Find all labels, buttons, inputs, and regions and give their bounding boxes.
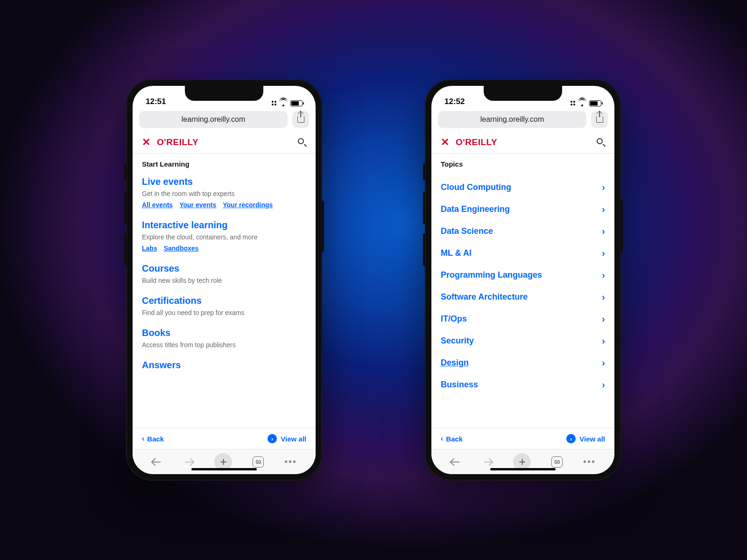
url-field[interactable]: learning.oreilly.com bbox=[139, 111, 288, 128]
category-title[interactable]: Interactive learning bbox=[142, 220, 306, 231]
category-desc: Build new skills by tech role bbox=[142, 277, 306, 284]
more-icon[interactable]: ••• bbox=[284, 456, 297, 467]
home-indicator bbox=[191, 468, 257, 470]
back-button[interactable]: ‹Back bbox=[441, 434, 463, 443]
status-time: 12:51 bbox=[146, 97, 166, 106]
chevron-left-icon: ‹ bbox=[441, 434, 443, 443]
arrow-left-icon bbox=[450, 456, 461, 468]
close-icon[interactable]: ✕ bbox=[441, 137, 449, 147]
category-title[interactable]: Live events bbox=[142, 176, 306, 187]
sublinks: LabsSandboxes bbox=[142, 245, 306, 252]
tabs-button[interactable]: 50 bbox=[253, 456, 264, 468]
chevron-right-circle-icon: › bbox=[566, 434, 576, 443]
browser-forward-button[interactable] bbox=[183, 456, 194, 468]
wifi-icon bbox=[578, 100, 586, 106]
share-button[interactable] bbox=[591, 111, 608, 128]
topic-row[interactable]: Programming Languages› bbox=[441, 264, 605, 286]
chevron-right-circle-icon: › bbox=[268, 434, 277, 443]
category-desc: Explore the cloud, containers, and more bbox=[142, 233, 306, 241]
bottom-nav: ‹Back ›View all bbox=[431, 428, 614, 449]
category-desc: Access titles from top publishers bbox=[142, 341, 306, 349]
phone-mockup-left: 12:51 learning.oreilly.com ✕ O'REILLY St… bbox=[126, 79, 322, 481]
address-bar: learning.oreilly.com bbox=[431, 108, 614, 133]
topic-row[interactable]: IT/Ops› bbox=[441, 308, 605, 330]
view-all-button[interactable]: ›View all bbox=[566, 434, 605, 443]
topic-label: Data Science bbox=[441, 226, 493, 236]
category-item: BooksAccess titles from top publishers bbox=[142, 328, 306, 349]
search-icon[interactable] bbox=[298, 138, 306, 147]
browser-back-button[interactable] bbox=[450, 456, 461, 468]
topic-row[interactable]: Data Science› bbox=[441, 220, 605, 242]
sublink[interactable]: Your recordings bbox=[223, 201, 273, 209]
topic-row[interactable]: Software Architecture› bbox=[441, 286, 605, 308]
view-all-button[interactable]: ›View all bbox=[268, 434, 306, 443]
chevron-right-icon: › bbox=[602, 379, 605, 390]
topic-label: Design bbox=[441, 358, 469, 368]
phone-mockup-right: 12:52 learning.oreilly.com ✕ O'REILLY To… bbox=[425, 79, 621, 481]
browser-forward-button[interactable] bbox=[482, 456, 493, 468]
chevron-right-icon: › bbox=[602, 204, 605, 215]
home-indicator bbox=[490, 468, 556, 470]
category-item: Live eventsGet in the room with top expe… bbox=[142, 176, 306, 209]
sublinks: All eventsYour eventsYour recordings bbox=[142, 201, 306, 209]
topic-row[interactable]: Cloud Computing› bbox=[441, 176, 605, 198]
notch bbox=[185, 86, 263, 101]
tabs-button[interactable]: 50 bbox=[551, 456, 563, 468]
topic-label: IT/Ops bbox=[441, 314, 467, 324]
chevron-right-icon: › bbox=[602, 314, 605, 324]
category-item: Answers bbox=[142, 360, 306, 371]
status-icons bbox=[272, 100, 303, 106]
chevron-right-icon: › bbox=[602, 182, 605, 193]
wifi-icon bbox=[279, 100, 288, 106]
topic-label: Programming Languages bbox=[441, 270, 542, 280]
close-icon[interactable]: ✕ bbox=[142, 137, 150, 147]
chevron-right-icon: › bbox=[602, 336, 605, 346]
topic-row[interactable]: Security› bbox=[441, 330, 605, 352]
url-field[interactable]: learning.oreilly.com bbox=[438, 111, 586, 128]
category-title[interactable]: Courses bbox=[142, 263, 306, 274]
battery-icon bbox=[589, 100, 601, 106]
category-item: Interactive learningExplore the cloud, c… bbox=[142, 220, 306, 252]
oreilly-logo[interactable]: O'REILLY bbox=[157, 137, 198, 147]
topic-label: Business bbox=[441, 380, 478, 390]
topic-label: Data Engineering bbox=[441, 204, 510, 214]
category-desc: Get in the room with top experts bbox=[142, 190, 306, 197]
category-desc: Find all you need to prep for exams bbox=[142, 309, 306, 316]
cellular-icon bbox=[272, 101, 276, 105]
sublink[interactable]: All events bbox=[142, 201, 173, 209]
app-header: ✕ O'REILLY bbox=[133, 133, 316, 154]
arrow-right-icon bbox=[482, 456, 493, 468]
chevron-right-icon: › bbox=[602, 226, 605, 237]
topic-row[interactable]: Design› bbox=[441, 352, 605, 374]
topic-label: Software Architecture bbox=[441, 292, 528, 302]
topic-label: Cloud Computing bbox=[441, 182, 511, 192]
arrow-right-icon bbox=[183, 456, 194, 468]
sublink[interactable]: Sandboxes bbox=[164, 245, 199, 252]
screen-left: 12:51 learning.oreilly.com ✕ O'REILLY St… bbox=[133, 86, 316, 474]
section-title: Start Learning bbox=[142, 160, 306, 168]
cellular-icon bbox=[571, 101, 575, 105]
notch bbox=[484, 86, 562, 101]
category-title[interactable]: Certifications bbox=[142, 295, 306, 306]
sublink[interactable]: Your events bbox=[179, 201, 216, 209]
topic-row[interactable]: Business› bbox=[441, 374, 605, 396]
topic-label: Security bbox=[441, 336, 474, 346]
content-start-learning: Start Learning Live eventsGet in the roo… bbox=[133, 154, 316, 428]
browser-back-button[interactable] bbox=[151, 456, 162, 468]
battery-icon bbox=[290, 100, 303, 106]
arrow-left-icon bbox=[151, 456, 162, 468]
back-button[interactable]: ‹Back bbox=[142, 434, 164, 443]
topic-row[interactable]: Data Engineering› bbox=[441, 198, 605, 220]
search-icon[interactable] bbox=[597, 138, 605, 147]
share-button[interactable] bbox=[292, 111, 309, 128]
chevron-right-icon: › bbox=[602, 248, 605, 259]
category-title[interactable]: Books bbox=[142, 328, 306, 338]
category-title[interactable]: Answers bbox=[142, 360, 306, 371]
topic-row[interactable]: ML & AI› bbox=[441, 242, 605, 264]
status-icons bbox=[571, 100, 601, 106]
more-icon[interactable]: ••• bbox=[583, 456, 596, 467]
screen-right: 12:52 learning.oreilly.com ✕ O'REILLY To… bbox=[431, 86, 614, 474]
category-item: CoursesBuild new skills by tech role bbox=[142, 263, 306, 284]
sublink[interactable]: Labs bbox=[142, 245, 157, 252]
oreilly-logo[interactable]: O'REILLY bbox=[456, 137, 497, 147]
